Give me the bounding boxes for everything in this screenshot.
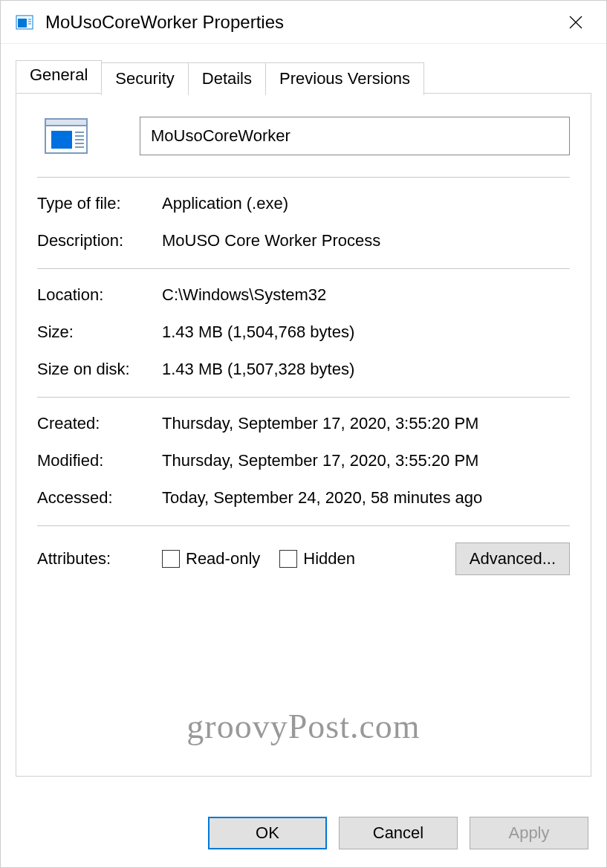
property-row: Accessed: Today, September 24, 2020, 58 … (37, 488, 570, 508)
property-label: Type of file: (37, 194, 162, 213)
close-icon (569, 16, 582, 29)
property-value: 1.43 MB (1,504,768 bytes) (162, 323, 570, 342)
body-area: General Security Details Previous Versio… (1, 44, 606, 802)
titlebar: MoUsoCoreWorker Properties (1, 1, 606, 44)
property-label: Modified: (37, 451, 162, 470)
property-row: Size on disk: 1.43 MB (1,507,328 bytes) (37, 360, 570, 379)
tab-previous-versions[interactable]: Previous Versions (265, 62, 424, 95)
readonly-checkbox[interactable]: Read-only (162, 549, 260, 569)
tab-label: Details (202, 69, 252, 88)
divider (37, 397, 570, 398)
attributes-row: Attributes: Read-only Hidden Advanced... (37, 542, 570, 575)
hidden-checkbox[interactable]: Hidden (279, 549, 355, 569)
svg-rect-9 (51, 131, 72, 149)
checkbox-label: Read-only (186, 549, 260, 569)
svg-rect-8 (45, 119, 87, 126)
svg-rect-1 (18, 19, 27, 27)
property-label: Size: (37, 323, 162, 342)
property-value: C:\Windows\System32 (162, 285, 570, 305)
apply-button[interactable]: Apply (470, 817, 588, 849)
property-value: MoUSO Core Worker Process (162, 231, 570, 250)
divider (37, 177, 570, 178)
property-label: Size on disk: (37, 360, 162, 379)
window-title: MoUsoCoreWorker Properties (45, 12, 557, 33)
property-value: Thursday, September 17, 2020, 3:55:20 PM (162, 451, 570, 470)
divider (37, 268, 570, 269)
property-row: Created: Thursday, September 17, 2020, 3… (37, 414, 570, 433)
checkbox-icon (162, 550, 180, 568)
attributes-label: Attributes: (37, 549, 162, 569)
property-value: Thursday, September 17, 2020, 3:55:20 PM (162, 414, 570, 433)
property-row: Type of file: Application (.exe) (37, 194, 570, 213)
tab-label: Previous Versions (279, 69, 410, 88)
tab-panel-general: Type of file: Application (.exe) Descrip… (16, 93, 591, 777)
close-button[interactable] (557, 4, 594, 41)
property-value: Application (.exe) (162, 194, 570, 213)
tab-strip: General Security Details Previous Versio… (16, 60, 591, 93)
property-row: Description: MoUSO Core Worker Process (37, 231, 570, 250)
property-label: Location: (37, 285, 162, 305)
divider (37, 525, 570, 526)
tab-label: Security (115, 69, 174, 88)
tab-general[interactable]: General (16, 60, 102, 93)
ok-button[interactable]: OK (208, 817, 327, 849)
property-row: Size: 1.43 MB (1,504,768 bytes) (37, 323, 570, 342)
file-icon (37, 116, 95, 156)
properties-window: MoUsoCoreWorker Properties General Secur… (0, 0, 607, 868)
advanced-button[interactable]: Advanced... (455, 542, 570, 575)
tab-details[interactable]: Details (188, 62, 266, 95)
tab-security[interactable]: Security (101, 62, 188, 95)
tab-label: General (30, 65, 88, 84)
property-label: Description: (37, 231, 162, 250)
cancel-button[interactable]: Cancel (339, 817, 458, 849)
checkbox-icon (279, 550, 297, 568)
filename-input[interactable] (140, 117, 570, 155)
property-label: Accessed: (37, 488, 162, 508)
property-row: Modified: Thursday, September 17, 2020, … (37, 451, 570, 470)
filename-row (37, 116, 570, 156)
footer-buttons: OK Cancel Apply (1, 802, 606, 867)
property-row: Location: C:\Windows\System32 (37, 285, 570, 305)
property-value: 1.43 MB (1,507,328 bytes) (162, 360, 570, 379)
property-label: Created: (37, 414, 162, 433)
checkbox-label: Hidden (303, 549, 355, 569)
app-icon (14, 12, 35, 33)
property-value: Today, September 24, 2020, 58 minutes ag… (162, 488, 570, 508)
